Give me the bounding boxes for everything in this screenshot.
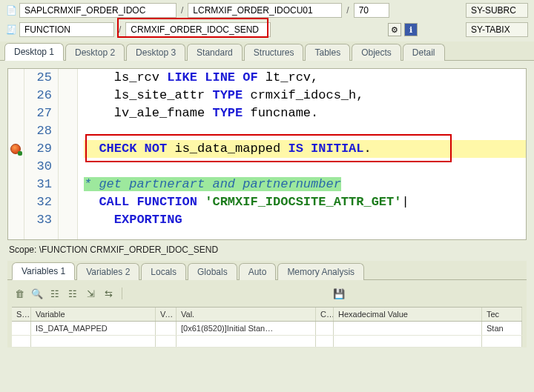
debug-toolbar: 🗑 🔍 ☷ ☷ ⇲ ⇆ 💾: [7, 280, 527, 307]
col-val[interactable]: Val.: [177, 308, 316, 321]
cell-var[interactable]: IS_DATA_MAPPED: [31, 322, 156, 335]
inout-icon[interactable]: ⇆: [101, 286, 116, 301]
breakpoint-icon[interactable]: [10, 144, 21, 154]
tab-objects[interactable]: Objects: [352, 44, 401, 61]
hier-icon[interactable]: ☷: [47, 286, 62, 301]
type-field[interactable]: FUNCTION: [19, 22, 114, 37]
line-field[interactable]: 70: [354, 3, 389, 18]
debug-panel: Variables 1 Variables 2 Locals Globals A…: [7, 261, 527, 348]
breakpoint-gutter[interactable]: [8, 69, 24, 239]
hier2-icon[interactable]: ☷: [65, 286, 80, 301]
cell-s: [12, 322, 31, 335]
cell-c: [316, 322, 334, 335]
top-info-row-2: 🧾 FUNCTION / CRMXIF_ORDER_IDOC_SEND ⚙ ℹ …: [0, 21, 534, 41]
table-row[interactable]: IS_DATA_MAPPED [0x61(8520)]Initial Stan……: [12, 322, 522, 336]
col-s[interactable]: S...: [12, 308, 31, 321]
tab-desktop-2[interactable]: Desktop 2: [65, 44, 125, 61]
cell-v: [156, 322, 177, 335]
table-row[interactable]: [12, 336, 522, 348]
sy-subrc-label: SY-SUBRC: [466, 3, 528, 18]
marker-gutter: [59, 69, 78, 239]
program-field[interactable]: SAPLCRMXIF_ORDER_IDOC: [19, 3, 177, 18]
stack-icon: 🧾: [6, 24, 16, 35]
insert-icon[interactable]: ⇲: [83, 286, 98, 301]
main-tabstrip: Desktop 1 Desktop 2 Desktop 3 Standard S…: [0, 41, 534, 61]
tab-memory-analysis[interactable]: Memory Analysis: [277, 263, 364, 280]
code-editor[interactable]: 252627282930313233 ls_rcv LIKE LINE OF l…: [7, 68, 527, 240]
save-icon[interactable]: 💾: [332, 286, 346, 301]
tab-variables-2[interactable]: Variables 2: [76, 263, 139, 280]
variables-header: S... Variable V... Val. C... Hexadecimal…: [12, 307, 522, 322]
gear-icon[interactable]: ⚙: [388, 23, 401, 36]
lookup-icon[interactable]: 🔍: [30, 286, 44, 301]
tab-structures[interactable]: Structures: [244, 44, 304, 61]
info-icon[interactable]: ℹ: [404, 23, 418, 36]
toolbar-sep: [122, 288, 122, 299]
tab-locals[interactable]: Locals: [141, 263, 186, 280]
sep: /: [179, 5, 185, 16]
include-field[interactable]: LCRMXIF_ORDER_IDOCU01: [188, 3, 342, 18]
scope-bar: Scope: \FUNCTION CRMXIF_ORDER_IDOC_SEND: [0, 240, 534, 261]
tab-desktop-3[interactable]: Desktop 3: [126, 44, 185, 61]
variables-table[interactable]: S... Variable V... Val. C... Hexadecimal…: [12, 307, 522, 348]
col-v[interactable]: V...: [156, 308, 177, 321]
cell-val[interactable]: [0x61(8520)]Initial Stan…: [177, 322, 316, 335]
page-icon: 📄: [6, 5, 16, 16]
tab-detail[interactable]: Detail: [403, 44, 445, 61]
highlight-check-line: [85, 134, 452, 162]
tab-variables-1[interactable]: Variables 1: [12, 262, 75, 280]
highlight-module: [117, 18, 268, 38]
col-c[interactable]: C...: [316, 308, 334, 321]
linenum-gutter: 252627282930313233: [24, 69, 59, 239]
col-variable[interactable]: Variable: [31, 308, 156, 321]
tab-desktop-1[interactable]: Desktop 1: [4, 43, 64, 61]
tab-globals[interactable]: Globals: [188, 263, 237, 280]
trash-icon[interactable]: 🗑: [12, 286, 27, 301]
cell-te: Stan: [482, 322, 522, 335]
tab-tables[interactable]: Tables: [305, 44, 350, 61]
cell-hex[interactable]: [334, 322, 482, 335]
tab-auto[interactable]: Auto: [239, 263, 277, 280]
tab-standard[interactable]: Standard: [187, 44, 243, 61]
col-te[interactable]: Tec: [482, 308, 522, 321]
sep: /: [345, 5, 350, 16]
col-hex[interactable]: Hexadecimal Value: [334, 308, 482, 321]
debug-tabstrip: Variables 1 Variables 2 Locals Globals A…: [7, 261, 527, 280]
sy-tabix-label: SY-TABIX: [466, 22, 528, 37]
